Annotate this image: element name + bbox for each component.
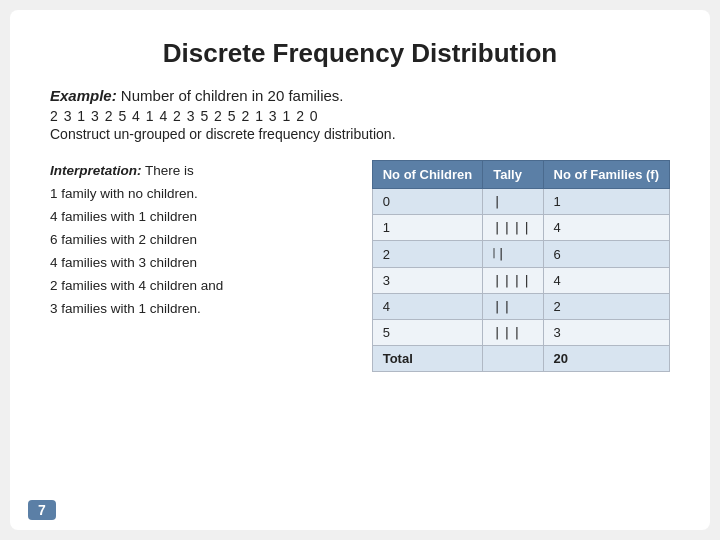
cell-children: 2 <box>372 241 483 268</box>
cell-children: 1 <box>372 215 483 241</box>
interpretation-line-3: 6 families with 2 children <box>50 232 197 247</box>
table-total-row: Total20 <box>372 346 669 372</box>
data-sequence: 2 3 1 3 2 5 4 1 4 2 3 5 2 5 2 1 3 1 2 0 <box>50 108 670 124</box>
total-families: 20 <box>543 346 669 372</box>
content-area: Interpretation: There is 1 family with n… <box>50 160 670 372</box>
total-label: Total <box>372 346 483 372</box>
cell-children: 5 <box>372 320 483 346</box>
interpretation-line-2: 4 families with 1 children <box>50 209 197 224</box>
example-text: Number of children in 20 families. <box>117 87 344 104</box>
col-header-tally: Tally <box>483 161 543 189</box>
example-label: Example: <box>50 87 117 104</box>
cell-families: 2 <box>543 294 669 320</box>
cell-tally: | <box>483 189 543 215</box>
cell-families: 4 <box>543 215 669 241</box>
table-row: 1||||4 <box>372 215 669 241</box>
interpretation-line-5: 2 families with 4 children and <box>50 278 223 293</box>
cell-children: 0 <box>372 189 483 215</box>
cell-tally: ||| <box>483 320 543 346</box>
table-row: 3||||4 <box>372 268 669 294</box>
interpretation-label: Interpretation: <box>50 163 142 178</box>
interpretation-line-0: There is <box>142 163 194 178</box>
cell-families: 1 <box>543 189 669 215</box>
example-line: Example: Number of children in 20 famili… <box>50 87 670 104</box>
cell-families: 3 <box>543 320 669 346</box>
total-tally-empty <box>483 346 543 372</box>
table-header-row: No of Children Tally No of Families (f) <box>372 161 669 189</box>
cell-tally: 𝄁| <box>483 241 543 268</box>
table-row: 5|||3 <box>372 320 669 346</box>
cell-children: 3 <box>372 268 483 294</box>
page-number: 7 <box>28 500 56 520</box>
slide: Discrete Frequency Distribution Example:… <box>10 10 710 530</box>
slide-title: Discrete Frequency Distribution <box>50 38 670 69</box>
cell-children: 4 <box>372 294 483 320</box>
construct-line: Construct un-grouped or discrete frequen… <box>50 126 670 142</box>
table-row: 4||2 <box>372 294 669 320</box>
cell-tally: || <box>483 294 543 320</box>
col-header-families: No of Families (f) <box>543 161 669 189</box>
interpretation-line-1: 1 family with no children. <box>50 186 198 201</box>
col-header-children: No of Children <box>372 161 483 189</box>
interpretation-line-6: 3 families with 1 children. <box>50 301 201 316</box>
cell-families: 6 <box>543 241 669 268</box>
cell-tally: |||| <box>483 215 543 241</box>
interpretation-block: Interpretation: There is 1 family with n… <box>50 160 352 321</box>
table-row: 2𝄁|6 <box>372 241 669 268</box>
frequency-table: No of Children Tally No of Families (f) … <box>372 160 670 372</box>
cell-tally: |||| <box>483 268 543 294</box>
interpretation-line-4: 4 families with 3 children <box>50 255 197 270</box>
table-row: 0|1 <box>372 189 669 215</box>
cell-families: 4 <box>543 268 669 294</box>
